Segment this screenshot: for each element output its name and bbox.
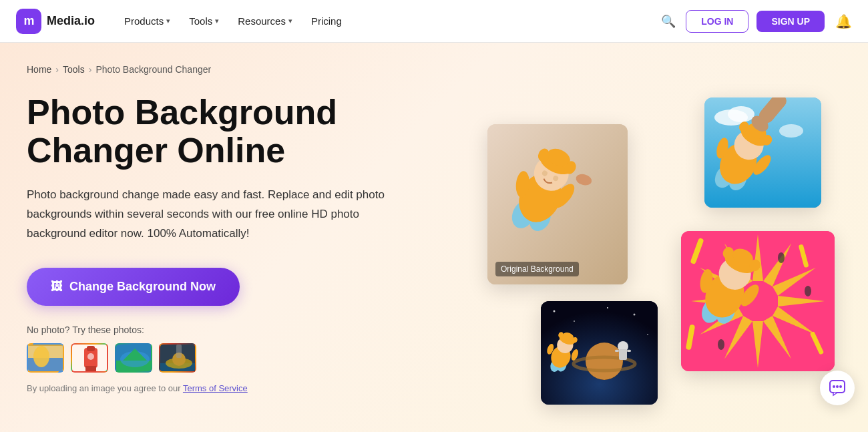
svg-point-8 — [87, 353, 94, 360]
svg-point-106 — [839, 385, 842, 388]
breadcrumb-current: Photo Background Changer — [95, 64, 211, 75]
svg-point-86 — [586, 343, 623, 380]
breadcrumb-tools[interactable]: Tools — [63, 64, 85, 75]
change-background-button[interactable]: 🖼 Change Background Now — [27, 268, 240, 306]
chevron-down-icon: ▾ — [215, 17, 219, 25]
svg-point-67 — [805, 286, 811, 296]
main-content: Home › Tools › Photo Background Changer … — [0, 43, 868, 432]
search-icon[interactable]: 🔍 — [656, 9, 680, 33]
logo[interactable]: m Media.io — [16, 9, 95, 34]
nav-products[interactable]: Products ▾ — [116, 10, 178, 32]
svg-rect-102 — [627, 349, 631, 351]
svg-rect-7 — [85, 366, 96, 371]
chat-icon — [829, 379, 846, 397]
chevron-down-icon: ▾ — [166, 17, 170, 25]
breadcrumb: Home › Tools › Photo Background Changer — [27, 64, 427, 75]
notification-bell-icon[interactable]: 🔔 — [835, 13, 852, 29]
svg-point-83 — [607, 307, 608, 308]
sample-thumb-4[interactable] — [159, 343, 196, 373]
svg-point-79 — [554, 310, 556, 312]
svg-point-65 — [778, 252, 785, 263]
svg-point-104 — [833, 385, 835, 388]
logo-icon: m — [16, 9, 41, 34]
nav-tools[interactable]: Tools ▾ — [181, 10, 227, 32]
sample-thumb-2[interactable] — [71, 343, 108, 373]
signup-button[interactable]: SIGN UP — [756, 11, 825, 32]
hero-description: Photo background change made easy and fa… — [27, 186, 414, 244]
login-button[interactable]: LOG IN — [686, 10, 748, 33]
original-photo: Original Background — [487, 124, 628, 284]
svg-rect-6 — [87, 346, 95, 351]
navbar: m Media.io Products ▾ Tools ▾ Resources … — [0, 0, 868, 43]
sample-thumb-1[interactable] — [27, 343, 64, 373]
pink-fries-photo — [681, 231, 835, 371]
svg-rect-3 — [28, 345, 64, 346]
nav-links: Products ▾ Tools ▾ Resources ▾ Pricing — [116, 10, 656, 32]
upload-icon: 🖼 — [51, 280, 63, 294]
breadcrumb-sep: › — [55, 64, 59, 75]
nav-pricing[interactable]: Pricing — [303, 10, 350, 32]
svg-point-2 — [33, 346, 49, 367]
svg-rect-100 — [619, 349, 627, 360]
tos-link[interactable]: Terms of Service — [183, 383, 248, 393]
nav-resources[interactable]: Resources ▾ — [230, 10, 300, 32]
image-collage: Original Background — [487, 97, 835, 405]
svg-point-81 — [634, 313, 636, 315]
logo-text: Media.io — [47, 14, 95, 28]
hero-title: Photo Background Changer Online — [27, 93, 427, 170]
chat-widget[interactable] — [820, 371, 855, 405]
right-panel: Original Background — [454, 43, 868, 432]
sample-thumb-3[interactable] — [115, 343, 152, 373]
space-photo — [541, 301, 658, 405]
chevron-down-icon: ▾ — [288, 17, 292, 25]
svg-point-82 — [647, 334, 648, 335]
sample-photos — [27, 343, 427, 373]
blue-sky-photo — [704, 97, 821, 208]
svg-point-105 — [836, 385, 839, 388]
breadcrumb-home[interactable]: Home — [27, 64, 51, 75]
svg-rect-17 — [176, 345, 182, 358]
left-panel: Home › Tools › Photo Background Changer … — [0, 43, 454, 432]
breadcrumb-sep2: › — [89, 64, 92, 75]
svg-point-80 — [574, 320, 575, 322]
svg-rect-101 — [615, 349, 619, 351]
svg-point-35 — [779, 124, 803, 138]
svg-point-66 — [718, 339, 724, 350]
tos-text: By uploading an image you agree to our T… — [27, 383, 427, 393]
nav-right: LOG IN SIGN UP 🔔 — [686, 10, 852, 33]
sample-photos-label: No photo? Try these photos: — [27, 325, 427, 335]
cta-label: Change Background Now — [69, 280, 216, 294]
original-label: Original Background — [495, 262, 579, 276]
svg-point-34 — [728, 106, 754, 122]
